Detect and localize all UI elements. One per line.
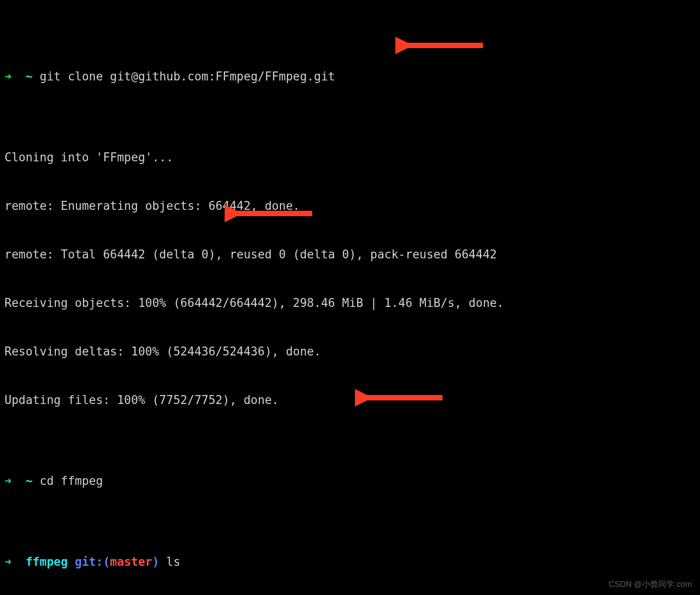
prompt-line-2: ➜ ~ cd ffmpeg xyxy=(4,473,696,489)
annotation-arrow-icon xyxy=(225,170,315,192)
command-cd: cd ffmpeg xyxy=(40,474,103,488)
prompt-arrow: ➜ xyxy=(4,70,12,83)
command-ls: ls xyxy=(166,555,180,568)
output-line: Resolving deltas: 100% (524436/524436), … xyxy=(4,343,696,360)
prompt-path: ~ xyxy=(26,70,33,83)
output-line: Receiving objects: 100% (664442/664442),… xyxy=(4,295,696,311)
prompt-line-3: ➜ ffmpeg git:(master) ls xyxy=(4,554,696,570)
terminal[interactable]: ➜ ~ git clone git@github.com:FFmpeg/FFmp… xyxy=(0,0,700,595)
output-line: remote: Enumerating objects: 664442, don… xyxy=(4,198,696,214)
output-line: Updating files: 100% (7752/7752), done. xyxy=(4,392,696,408)
prompt-path: ~ xyxy=(26,474,33,488)
command-git-clone: git clone git@github.com:FFmpeg/FFmpeg.g… xyxy=(40,70,335,83)
git-close: ) xyxy=(152,555,159,568)
prompt-arrow: ➜ xyxy=(4,474,12,488)
git-branch: master xyxy=(110,555,152,568)
output-line: remote: Total 664442 (delta 0), reused 0… xyxy=(4,246,696,262)
git-label: git:( xyxy=(75,555,110,568)
output-line: Cloning into 'FFmpeg'... xyxy=(4,149,696,165)
watermark: CSDN @小曾同学.com xyxy=(609,576,692,592)
prompt-arrow: ➜ xyxy=(4,555,12,568)
prompt-dir: ffmpeg xyxy=(26,555,68,568)
annotation-arrow-icon xyxy=(395,2,485,24)
prompt-line-1: ➜ ~ git clone git@github.com:FFmpeg/FFmp… xyxy=(4,68,696,84)
